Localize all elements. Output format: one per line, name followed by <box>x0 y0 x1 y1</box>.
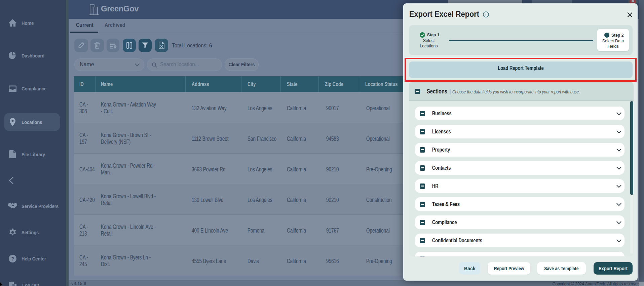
svg-text:?: ? <box>11 256 14 261</box>
